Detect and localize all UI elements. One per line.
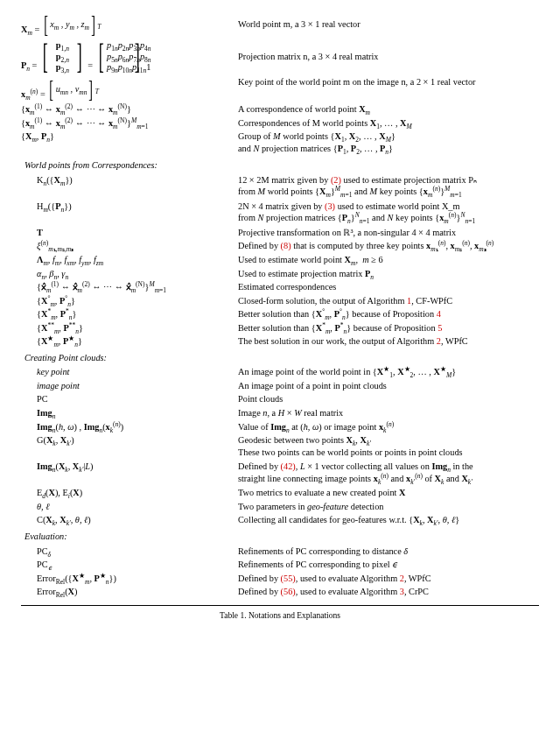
sym-hat: {x̂m(1) ↔ x̂m(2) ↔ ⋯ ↔ x̂m(N)}Mm=1 bbox=[21, 282, 238, 293]
desc-Pn: Projection matrix n, a 3 × 4 real matrix bbox=[238, 52, 539, 63]
sym-circ: {X°m, P°n} bbox=[21, 296, 238, 307]
sym-imgpoint: image point bbox=[21, 381, 238, 392]
desc-T: Projective transformation on ℝ³, a non-s… bbox=[238, 228, 539, 239]
sym-Imgn: Imgn bbox=[21, 408, 238, 419]
desc-best: The best solution in our work, the outpu… bbox=[238, 336, 539, 348]
desc-group: Group of M world points {X1, X2, … , XM}… bbox=[238, 131, 539, 155]
row-group: {Xm, Pn} Group of M world points {X1, X2… bbox=[21, 131, 539, 155]
desc-xi: Defined by (8) that is computed by three… bbox=[238, 241, 539, 252]
row-Hm: Hm({Pn}) 2N × 4 matrix given by (3) used… bbox=[21, 201, 539, 225]
desc-PC: Point clouds bbox=[238, 394, 539, 405]
row-errrel1: ErrorRel({X★m, P★n}) Defined by (55), us… bbox=[21, 574, 539, 585]
row-dstar: {X**m, P**n} Better solution than {X*m, … bbox=[21, 323, 539, 334]
sym-best: {X★m, P★n} bbox=[21, 336, 238, 348]
sym-Imghw: Imgn(h, ω) , Imgn(xk(n)) bbox=[21, 422, 238, 433]
row-PCe: PCϵ Refinements of PC corresponding to p… bbox=[21, 560, 539, 571]
desc-theta-ell: Two parameters in geo-feature detection bbox=[238, 502, 539, 513]
row-Xm: Xm = [ xm , ym , zm ]T World point m, a … bbox=[21, 12, 539, 37]
desc-imgpoint: An image point of a point in point cloud… bbox=[238, 381, 539, 392]
sym-Hm: Hm({Pn}) bbox=[21, 201, 238, 213]
desc-Kn: 12 × 2M matrix given by (2) used to esti… bbox=[238, 175, 539, 199]
desc-keypoint: An image point of the world point in {X★… bbox=[238, 367, 539, 378]
sym-PCe: PCϵ bbox=[21, 560, 238, 571]
desc-xmn: Key point of the world point m on the im… bbox=[238, 77, 539, 88]
sym-PCd: PCδ bbox=[21, 546, 238, 558]
row-circ: {X°m, P°n} Closed-form solution, the out… bbox=[21, 296, 539, 307]
row-keypoint: key point An image point of the world po… bbox=[21, 367, 539, 378]
table-caption: Table 1. Notations and Explanations bbox=[21, 611, 539, 622]
row-ImgL: Imgn(Xk, Xk′|L) Defined by (42), L × 1 v… bbox=[21, 461, 539, 485]
row-C: C(Xk, Xk′, θ, ℓ) Collecting all candidat… bbox=[21, 515, 539, 526]
desc-star: Better solution than {X°m, P°n} because … bbox=[238, 309, 539, 320]
row-abg: αn, βn, γn Used to estimate projection m… bbox=[21, 269, 539, 280]
section-pc: Creating Point clouds: bbox=[21, 353, 539, 364]
sym-Geo: G(Xk, Xk′) bbox=[21, 435, 238, 447]
desc-corr-M: Correspondences of M world points X1, … … bbox=[238, 118, 539, 130]
desc-Xm: World point m, a 3 × 1 real vector bbox=[238, 19, 539, 31]
row-Geo: G(Xk, Xk′) Geodesic between two points X… bbox=[21, 435, 539, 459]
row-PC: PC Point clouds bbox=[21, 394, 539, 405]
sym-star: {X*m, P*n} bbox=[21, 309, 238, 320]
row-xi: ξ(n)m₁,m₂,m₃ Defined by (8) that is comp… bbox=[21, 241, 539, 252]
desc-circ: Closed-form solution, the output of Algo… bbox=[238, 296, 539, 307]
desc-Imghw: Value of Imgn at (h, ω) or image point x… bbox=[238, 422, 539, 433]
desc-ImgL: Defined by (42), L × 1 vector collecting… bbox=[238, 461, 539, 485]
sym-Kn: Kn({Xm}) bbox=[21, 175, 238, 187]
sym-C: C(Xk, Xk′, θ, ℓ) bbox=[21, 515, 238, 526]
sym-EdEi: Ed(X), Ei(X) bbox=[21, 488, 238, 499]
section-wpfc: World points from Correspondences: bbox=[21, 160, 539, 172]
desc-errrel1: Defined by (55), used to evaluate Algori… bbox=[238, 574, 539, 585]
desc-dstar: Better solution than {X*m, P*n} because … bbox=[238, 323, 539, 334]
desc-Geo: Geodesic between two points Xk, Xk′ Thes… bbox=[238, 435, 539, 459]
sym-abg: αn, βn, γn bbox=[21, 269, 238, 280]
sym-dstar: {X**m, P**n} bbox=[21, 323, 238, 334]
row-corr-single: {xm(1) ↔ xm(2) ↔ ⋯ ↔ xm(N)} A correspond… bbox=[21, 104, 539, 116]
sym-T: T bbox=[21, 228, 238, 239]
desc-PCe: Refinements of PC corresponding to pixel… bbox=[238, 560, 539, 571]
row-T: T Projective transformation on ℝ³, a non… bbox=[21, 228, 539, 239]
desc-C: Collecting all candidates for geo-featur… bbox=[238, 515, 539, 526]
row-best: {X★m, P★n} The best solution in our work… bbox=[21, 336, 539, 348]
row-star: {X*m, P*n} Better solution than {X°m, P°… bbox=[21, 309, 539, 320]
sym-keypoint: key point bbox=[21, 367, 238, 378]
row-xmn: xm(n) = [ umn , vmn ]T Key point of the … bbox=[21, 77, 539, 102]
sym-Pn: Pn = [ p1,n p2,n p3,n ] = [ p1np2np3np4n… bbox=[21, 39, 238, 74]
row-corr-M: {xm(1) ↔ xm(2) ↔ ⋯ ↔ xm(N)}Mm=1 Correspo… bbox=[21, 118, 539, 130]
sym-ImgL: Imgn(Xk, Xk′|L) bbox=[21, 461, 238, 473]
sym-corr-M: {xm(1) ↔ xm(2) ↔ ⋯ ↔ xm(N)}Mm=1 bbox=[21, 118, 238, 130]
sym-PC: PC bbox=[21, 394, 238, 405]
row-Imghw: Imgn(h, ω) , Imgn(xk(n)) Value of Imgn a… bbox=[21, 422, 539, 433]
sym-xmn: xm(n) = [ umn , vmn ]T bbox=[21, 77, 238, 102]
sym-errrel2: ErrorRel(X) bbox=[21, 587, 238, 598]
row-theta-ell: θ, ℓ Two parameters in geo-feature detec… bbox=[21, 502, 539, 513]
row-Lambda: Λm, fm, fxm, fym, fzm Used to estimate w… bbox=[21, 255, 539, 266]
desc-EdEi: Two metrics to evaluate a new created po… bbox=[238, 488, 539, 499]
desc-hat: Estimated correspondences bbox=[238, 282, 539, 293]
section-eval: Evaluation: bbox=[21, 531, 539, 543]
row-PCd: PCδ Refinements of PC corresponding to d… bbox=[21, 546, 539, 558]
table-rule bbox=[21, 605, 539, 606]
desc-PCd: Refinements of PC corresponding to dista… bbox=[238, 546, 539, 558]
row-imgpoint: image point An image point of a point in… bbox=[21, 381, 539, 392]
sym-xi: ξ(n)m₁,m₂,m₃ bbox=[21, 241, 238, 252]
row-EdEi: Ed(X), Ei(X) Two metrics to evaluate a n… bbox=[21, 488, 539, 499]
sym-group: {Xm, Pn} bbox=[21, 131, 238, 143]
desc-abg: Used to estimate projection matrix Pn bbox=[238, 269, 539, 280]
sym-Lambda: Λm, fm, fxm, fym, fzm bbox=[21, 255, 238, 266]
desc-corr-single: A correspondence of world point Xm bbox=[238, 104, 539, 116]
row-hat: {x̂m(1) ↔ x̂m(2) ↔ ⋯ ↔ x̂m(N)}Mm=1 Estim… bbox=[21, 282, 539, 293]
desc-Imgn: Image n, a H × W real matrix bbox=[238, 408, 539, 419]
desc-errrel2: Defined by (56), used to evaluate Algori… bbox=[238, 587, 539, 598]
sym-theta-ell: θ, ℓ bbox=[21, 502, 238, 513]
row-Kn: Kn({Xm}) 12 × 2M matrix given by (2) use… bbox=[21, 175, 539, 199]
row-Imgn: Imgn Image n, a H × W real matrix bbox=[21, 408, 539, 419]
row-Pn: Pn = [ p1,n p2,n p3,n ] = [ p1np2np3np4n… bbox=[21, 39, 539, 74]
desc-Lambda: Used to estimate world point Xm, m ≥ 6 bbox=[238, 255, 539, 266]
row-errrel2: ErrorRel(X) Defined by (56), used to eva… bbox=[21, 587, 539, 598]
sym-errrel1: ErrorRel({X★m, P★n}) bbox=[21, 574, 238, 585]
desc-Hm: 2N × 4 matrix given by (3) used to estim… bbox=[238, 201, 539, 225]
sym-Xm: Xm = [ xm , ym , zm ]T bbox=[21, 12, 238, 37]
sym-corr-single: {xm(1) ↔ xm(2) ↔ ⋯ ↔ xm(N)} bbox=[21, 104, 238, 116]
